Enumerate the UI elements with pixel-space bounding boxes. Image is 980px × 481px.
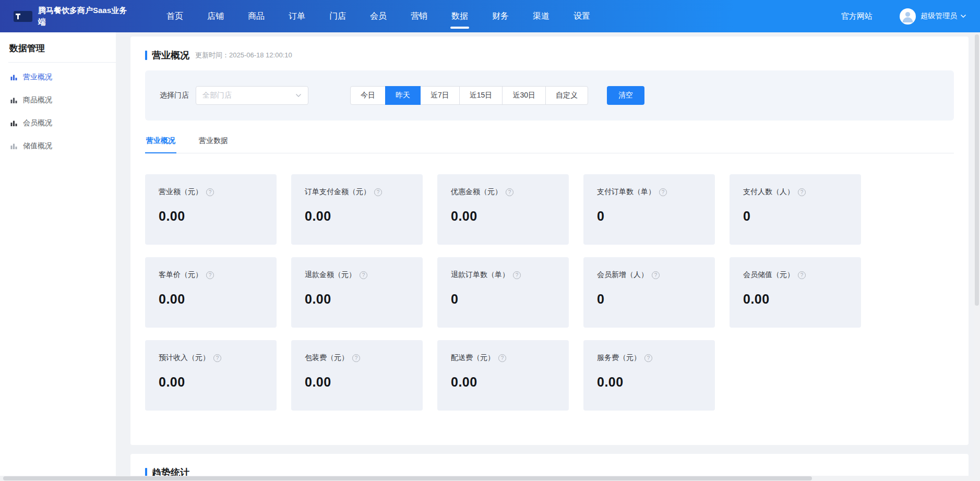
stat-value: 0.00 (743, 292, 847, 307)
help-icon[interactable]: ? (513, 271, 521, 279)
nav-right: 官方网站 超级管理员 (841, 8, 966, 25)
sidebar-item-label: 商品概况 (23, 95, 52, 105)
stat-value: 0.00 (159, 292, 263, 307)
stat-label: 支付订单数（单） (597, 187, 655, 197)
nav-item-label: 商品 (248, 11, 265, 22)
stat-value: 0.00 (597, 375, 701, 390)
logo-mark (15, 13, 21, 20)
nav-item[interactable]: 财务 (480, 0, 521, 32)
vertical-scrollbar-track (974, 32, 980, 476)
user-menu[interactable]: 超级管理员 (921, 11, 957, 21)
stat-label: 预计收入（元） (159, 353, 210, 363)
stat-label: 会员储值（元） (743, 270, 794, 280)
date-range-label: 近7日 (431, 91, 449, 100)
app-title: 腾马餐饮多商户Saas业务端 (38, 5, 129, 28)
nav-item-label: 店铺 (207, 11, 224, 22)
date-range-group: 今日 昨天 近7日 近15日 近30日 自定义 (350, 86, 588, 105)
stat-card: 包装费（元） ? 0.00 (291, 340, 423, 411)
stat-card: 预计收入（元） ? 0.00 (145, 340, 277, 411)
date-range-button[interactable]: 自定义 (545, 86, 588, 105)
help-icon[interactable]: ? (213, 354, 221, 362)
chevron-down-icon[interactable] (960, 14, 966, 18)
stat-label: 客单价（元） (159, 270, 202, 280)
bar-chart-icon (10, 74, 18, 81)
help-icon[interactable]: ? (360, 271, 367, 279)
sidebar-item-label: 储值概况 (23, 141, 52, 151)
store-select-placeholder: 全部门店 (202, 91, 232, 100)
store-select[interactable]: 全部门店 (196, 86, 308, 105)
sidebar-title: 数据管理 (8, 32, 107, 62)
nav-item[interactable]: 门店 (317, 0, 358, 32)
stat-card: 营业额（元） ? 0.00 (145, 174, 277, 245)
nav-item[interactable]: 订单 (277, 0, 317, 32)
help-icon[interactable]: ? (352, 354, 360, 362)
sidebar-item[interactable]: 商品概况 (8, 89, 107, 112)
help-icon[interactable]: ? (659, 188, 667, 196)
stat-label: 服务费（元） (597, 353, 641, 363)
help-icon[interactable]: ? (498, 354, 506, 362)
stats-grid: 营业额（元） ? 0.00 订单支付金额（元） ? 0.00 优惠金额（元） ?… (145, 174, 954, 411)
sidebar-item[interactable]: 储值概况 (8, 135, 107, 158)
sidebar-item[interactable]: 会员概况 (8, 112, 107, 135)
update-time: 更新时间：2025-06-18 12:00:10 (195, 51, 292, 60)
nav-item[interactable]: 设置 (561, 0, 602, 32)
nav-item[interactable]: 渠道 (521, 0, 561, 32)
help-icon[interactable]: ? (798, 271, 806, 279)
horizontal-scrollbar-track (0, 476, 980, 481)
stat-card: 服务费（元） ? 0.00 (583, 340, 715, 411)
date-range-button[interactable]: 今日 (350, 86, 386, 105)
avatar[interactable] (900, 8, 916, 25)
help-icon[interactable]: ? (652, 271, 660, 279)
logo (14, 11, 32, 22)
sidebar-item[interactable]: 营业概况 (8, 66, 107, 89)
bar-chart-icon (10, 119, 18, 127)
nav-item-label: 门店 (329, 11, 346, 22)
stat-label: 支付人数（人） (743, 187, 794, 197)
nav-item[interactable]: 店铺 (195, 0, 236, 32)
date-range-button[interactable]: 近30日 (502, 86, 546, 105)
section-header: 营业概况 更新时间：2025-06-18 12:00:10 (145, 49, 954, 62)
nav-item-label: 财务 (492, 11, 509, 22)
nav-item-label: 营销 (411, 11, 427, 22)
tab[interactable]: 营业概况 (145, 136, 176, 153)
bar-chart-icon (10, 97, 18, 104)
stat-value: 0.00 (305, 292, 409, 307)
date-range-label: 近30日 (512, 91, 535, 100)
stat-label: 退款订单数（单） (451, 270, 509, 280)
vertical-scrollbar-thumb[interactable] (975, 34, 979, 306)
tab-label: 营业数据 (199, 136, 228, 145)
nav-item-label: 渠道 (533, 11, 549, 22)
nav-item[interactable]: 会员 (358, 0, 399, 32)
date-range-button[interactable]: 近7日 (420, 86, 460, 105)
help-icon[interactable]: ? (206, 271, 214, 279)
stat-label: 订单支付金额（元） (305, 187, 371, 197)
nav-item[interactable]: 商品 (236, 0, 277, 32)
stat-card: 客单价（元） ? 0.00 (145, 257, 277, 328)
clear-button[interactable]: 清空 (607, 86, 644, 105)
section-accent-bar (145, 51, 147, 60)
help-icon[interactable]: ? (798, 188, 806, 196)
help-icon[interactable]: ? (374, 188, 382, 196)
stat-label: 优惠金额（元） (451, 187, 502, 197)
horizontal-scrollbar-thumb[interactable] (3, 476, 812, 480)
nav-item[interactable]: 首页 (154, 0, 195, 32)
help-icon[interactable]: ? (506, 188, 513, 196)
date-range-button[interactable]: 昨天 (385, 86, 421, 105)
nav-item[interactable]: 数据 (439, 0, 480, 32)
sidebar-item-label: 营业概况 (23, 73, 52, 82)
official-site-link[interactable]: 官方网站 (841, 11, 873, 21)
main-content: 营业概况 更新时间：2025-06-18 12:00:10 选择门店 全部门店 … (116, 32, 974, 481)
stat-label: 包装费（元） (305, 353, 349, 363)
store-select-label: 选择门店 (160, 91, 189, 100)
stat-card: 会员储值（元） ? 0.00 (730, 257, 861, 328)
sidebar-menu: 营业概况 商品概况 会员概况 储值概况 (8, 66, 107, 158)
help-icon[interactable]: ? (644, 354, 652, 362)
bar-chart-icon (10, 142, 18, 150)
stat-value: 0.00 (451, 209, 555, 224)
nav-item[interactable]: 营销 (399, 0, 439, 32)
stat-card: 会员新增（人） ? 0 (583, 257, 715, 328)
date-range-button[interactable]: 近15日 (459, 86, 503, 105)
date-range-label: 自定义 (556, 91, 578, 100)
tab[interactable]: 营业数据 (198, 136, 229, 153)
help-icon[interactable]: ? (206, 188, 214, 196)
